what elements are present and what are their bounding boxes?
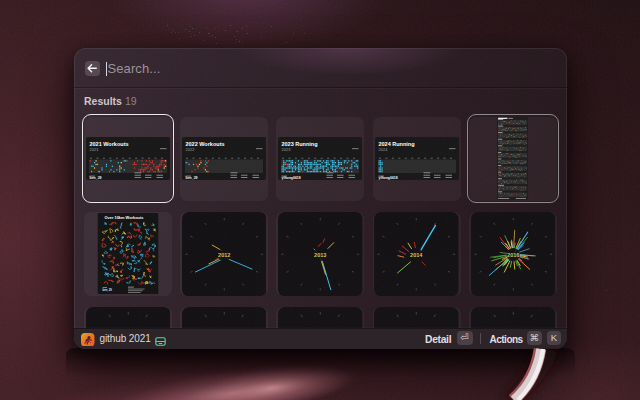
- svg-text:2014: 2014: [410, 252, 423, 258]
- svg-text:Over 10km Workouts: Over 10km Workouts: [105, 216, 144, 221]
- svg-text:2021: 2021: [90, 147, 100, 152]
- svg-text:2022 Workouts: 2022 Workouts: [186, 141, 225, 147]
- svg-text:2023: 2023: [282, 147, 292, 152]
- svg-text:2024 Running: 2024 Running: [378, 141, 414, 147]
- svg-text:yihong0618: yihong0618: [282, 176, 301, 180]
- svg-text:2016: 2016: [507, 252, 519, 258]
- svg-text:yihong0618: yihong0618: [378, 176, 397, 180]
- svg-text:ben_29: ben_29: [90, 176, 102, 180]
- svg-text:ben_29: ben_29: [186, 176, 198, 180]
- svg-text:2023 Running: 2023 Running: [282, 141, 318, 147]
- svg-text:ben_29: ben_29: [103, 288, 113, 292]
- svg-text:2012: 2012: [218, 252, 230, 258]
- svg-text:2013: 2013: [314, 252, 326, 258]
- svg-text:2022: 2022: [186, 147, 196, 152]
- svg-text:2021 Workouts: 2021 Workouts: [90, 141, 129, 147]
- svg-text:2024: 2024: [378, 147, 388, 152]
